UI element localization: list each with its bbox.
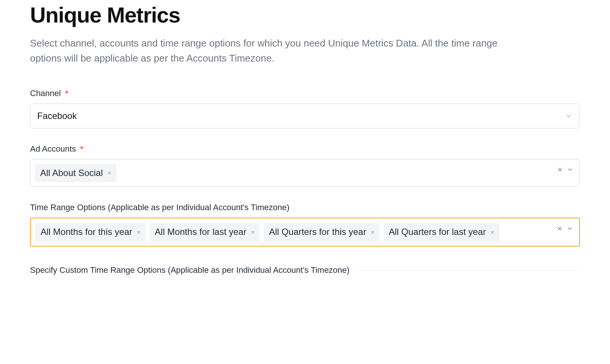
clear-all-icon[interactable]	[557, 167, 563, 173]
required-indicator-icon	[65, 91, 68, 93]
time-range-tag: All Quarters for last year	[384, 223, 500, 241]
ad-accounts-group: Ad Accounts All About Social	[30, 144, 580, 187]
channel-select[interactable]: Facebook	[30, 104, 580, 128]
close-icon[interactable]	[107, 170, 112, 176]
time-range-label-text: Time Range Options (Applicable as per In…	[30, 203, 290, 212]
page-description: Select channel, accounts and time range …	[30, 36, 526, 66]
custom-range-section-header: Specify Custom Time Range Options (Appli…	[30, 265, 580, 275]
tag-label: All Quarters for last year	[389, 227, 486, 238]
tag-label: All Months for this year	[41, 227, 132, 238]
time-range-tag: All Quarters for this year	[264, 223, 380, 241]
ad-accounts-select[interactable]: All About Social	[30, 159, 580, 187]
time-range-select[interactable]: All Months for this year All Months for …	[30, 218, 580, 247]
ad-accounts-label-text: Ad Accounts	[30, 144, 76, 153]
time-range-group: Time Range Options (Applicable as per In…	[30, 203, 580, 247]
custom-range-label: Specify Custom Time Range Options (Appli…	[30, 265, 349, 275]
multi-select-actions	[557, 166, 574, 173]
clear-all-icon[interactable]	[557, 226, 563, 232]
close-icon[interactable]	[370, 230, 375, 235]
tag-label: All About Social	[40, 168, 103, 179]
required-indicator-icon	[80, 146, 83, 149]
chevron-down-icon[interactable]	[566, 225, 573, 232]
ad-account-tag: All About Social	[35, 164, 116, 182]
page-title: Unique Metrics	[30, 2, 580, 27]
channel-label-text: Channel	[30, 89, 61, 98]
close-icon[interactable]	[250, 230, 255, 235]
channel-label: Channel	[30, 89, 580, 98]
ad-accounts-label: Ad Accounts	[30, 144, 580, 154]
chevron-down-icon[interactable]	[567, 166, 574, 173]
time-range-label: Time Range Options (Applicable as per In…	[30, 203, 580, 212]
divider-line	[358, 270, 580, 271]
time-range-tag: All Months for last year	[149, 223, 260, 241]
close-icon[interactable]	[136, 230, 141, 235]
multi-select-actions	[557, 225, 573, 232]
channel-group: Channel Facebook	[30, 89, 580, 128]
close-icon[interactable]	[490, 230, 495, 235]
channel-select-value: Facebook	[37, 111, 77, 121]
tag-label: All Quarters for this year	[269, 227, 366, 238]
time-range-tag: All Months for this year	[35, 223, 146, 241]
tag-label: All Months for last year	[155, 227, 246, 238]
chevron-down-icon	[565, 113, 572, 119]
